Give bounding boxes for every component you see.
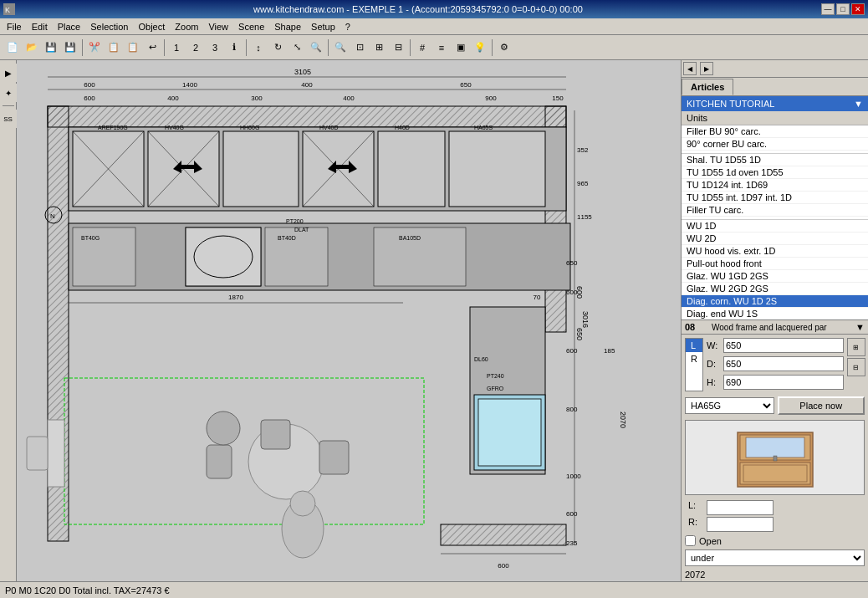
toolbar-settings[interactable]: ⚙ [495,38,513,57]
toolbar-s3[interactable]: 3 [206,38,224,57]
article-item[interactable]: Glaz. WU 1GD 2GS [682,270,868,283]
toolbar-render[interactable]: 💡 [471,38,489,57]
article-item[interactable]: WU 2D [682,233,868,245]
maximize-button[interactable]: □ [836,3,850,15]
svg-text:70: 70 [534,294,541,301]
toolbar-open[interactable]: 📂 [23,38,41,57]
svg-text:600: 600 [566,510,578,518]
svg-text:DLAT: DLAT [294,227,309,233]
menu-item-selection[interactable]: Selection [85,20,133,33]
dropdown-place-row: HA65G Place now [682,395,868,417]
article-item[interactable]: Filler BU 90° carc. [682,125,868,138]
toolbar-zoom-all[interactable]: ⊞ [370,38,388,57]
lr-option-r[interactable]: R [686,352,702,365]
article-item[interactable]: 90° corner BU carc. [682,138,868,151]
h-input[interactable] [723,375,844,390]
extra-dims-section: L: R: [682,498,868,534]
svg-text:600: 600 [566,289,578,296]
toolbar-s2[interactable]: 2 [186,38,205,57]
reset-dims-button[interactable]: ⊟ [847,358,865,376]
toolbar-move[interactable]: ↕ [249,38,268,57]
svg-rect-41 [223,131,299,207]
toolbar-cut[interactable]: ✂️ [85,38,104,57]
articles-list[interactable]: Filler BU 90° carc.90° corner BU carc.Sh… [682,125,868,319]
toolbar-copy[interactable]: 📋 [105,38,123,57]
extra-r-input[interactable] [707,517,774,532]
panel-section-header: KITCHEN TUTORIAL ▼ [682,96,868,111]
open-checkbox[interactable] [685,535,696,546]
toolbar-save-as[interactable]: 💾 [61,38,79,57]
svg-text:800: 800 [566,406,578,413]
toolbar-zoom-fit[interactable]: ⊡ [350,38,369,57]
panel-scroll-left[interactable]: ◀ [683,62,697,75]
svg-rect-95 [27,437,48,470]
panel-scroll-right[interactable]: ▶ [700,62,713,75]
main-area: ▶ ✦ SS 3105 600 1400 400 650 600 400 300… [0,60,868,581]
lr-option-l[interactable]: L [686,339,702,352]
article-item[interactable]: Glaz. WU 2GD 2GS [682,283,868,295]
toolbar-zoom-out[interactable]: 🔍 [331,38,350,57]
svg-text:300: 300 [251,95,263,102]
menu-item-setup[interactable]: Setup [306,20,340,33]
toolbar-new[interactable]: 📄 [3,38,22,57]
window-controls[interactable]: — □ ✕ [821,3,865,15]
menu-item-scene[interactable]: Scene [233,20,269,33]
w-input[interactable] [723,338,844,353]
menu-item-?[interactable]: ? [340,20,355,33]
w-label: W: [707,340,723,350]
toolbar-scale[interactable]: ⤡ [288,38,306,57]
svg-text:400: 400 [301,81,313,89]
article-item[interactable]: TU 1D124 int. 1D69 [682,179,868,192]
menu-item-zoom[interactable]: Zoom [170,20,203,33]
menu-item-shape[interactable]: Shape [269,20,306,33]
left-tool-1[interactable]: ▶ [0,64,18,82]
toolbar-zoom-in[interactable]: 🔍 [307,38,325,57]
menu-item-view[interactable]: View [203,20,233,33]
status-text: P0 M0 1C20 D0 Total incl. TAX=27473 € [5,585,170,595]
toolbar-undo[interactable]: ↩ [143,38,161,57]
toolbar-grid[interactable]: # [413,38,431,57]
section-expand-icon[interactable]: ▼ [854,99,863,109]
menu-item-file[interactable]: File [2,20,27,33]
copy-dims-button[interactable]: ⊞ [847,338,865,356]
close-button[interactable]: ✕ [851,3,865,15]
svg-rect-48 [378,131,445,207]
toolbar-info[interactable]: ℹ [225,38,243,57]
menu-item-object[interactable]: Object [134,20,171,33]
article-item[interactable]: Diag. end WU 1S [682,308,868,319]
article-description: Wood frame and lacquered par [712,323,852,332]
article-item[interactable]: TU 1D55 1d oven 1D55 [682,166,868,179]
article-item[interactable]: Diag. corn. WU 1D 2S [682,295,868,308]
footer-expand-icon[interactable]: ▼ [855,322,865,332]
svg-rect-101 [746,437,804,457]
article-variant-dropdown[interactable]: HA65G [685,397,774,414]
tab-articles[interactable]: Articles [682,79,733,95]
svg-text:900: 900 [485,95,497,102]
d-input[interactable] [723,356,844,371]
minimize-button[interactable]: — [821,3,835,15]
place-now-button[interactable]: Place now [778,396,865,415]
extra-l-input[interactable] [707,500,774,515]
menu-item-place[interactable]: Place [53,20,86,33]
toolbar-rotate[interactable]: ↻ [268,38,287,57]
article-item[interactable]: WU 1D [682,220,868,233]
toolbar-layers[interactable]: ≡ [432,38,451,57]
article-item[interactable]: Filler TU carc. [682,204,868,217]
sub-dropdown[interactable]: under [685,549,865,566]
article-item[interactable]: Pull-out hood front [682,258,868,270]
toolbar-zoom-ext[interactable]: ⊟ [389,38,407,57]
toolbar-save[interactable]: 💾 [42,38,60,57]
menu-item-edit[interactable]: Edit [27,20,53,33]
left-tool-2[interactable]: ✦ [0,84,18,102]
svg-rect-94 [48,420,64,487]
toolbar-s1[interactable]: 1 [167,38,186,57]
article-item[interactable]: WU hood vis. extr. 1D [682,245,868,258]
canvas-area[interactable]: 3105 600 1400 400 650 600 400 300 400 90… [17,60,681,581]
left-tool-3[interactable]: SS [0,110,18,128]
article-item[interactable]: TU 1D55 int. 1D97 int. 1D [682,192,868,204]
article-item[interactable]: Shal. TU 1D55 1D [682,154,868,166]
svg-text:AREF190G: AREF190G [98,125,128,130]
icon-buttons: ⊞ ⊟ [847,338,865,391]
toolbar-paste[interactable]: 📋 [124,38,142,57]
toolbar-wireframe[interactable]: ▣ [452,38,470,57]
